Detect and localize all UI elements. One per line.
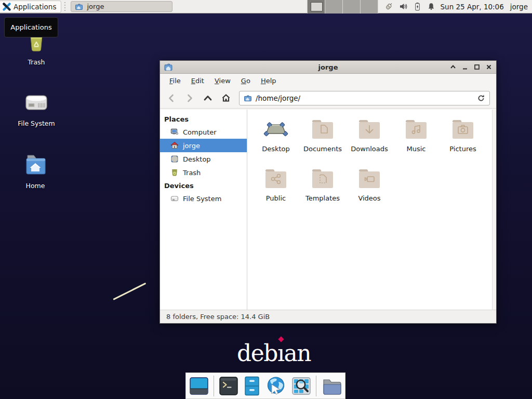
menu-edit[interactable]: Edit: [187, 75, 208, 86]
sidebar-item-desktop[interactable]: Desktop: [160, 152, 247, 166]
desktop-icon-home[interactable]: Home: [10, 152, 60, 190]
terminal-launcher[interactable]: [218, 375, 239, 397]
maximize-button[interactable]: [473, 63, 481, 71]
file-item-public[interactable]: Public: [252, 166, 299, 216]
debian-logo-i: ı: [277, 340, 284, 366]
file-item-templates[interactable]: Templates: [299, 166, 346, 216]
sidebar-item-label: Computer: [183, 128, 217, 136]
volume-icon[interactable]: [399, 2, 408, 11]
sidebar-item-label: File System: [183, 195, 221, 203]
workspace-4[interactable]: [361, 0, 378, 14]
menu-go[interactable]: Go: [237, 75, 255, 86]
file-label: Downloads: [346, 145, 393, 153]
sidebar-header-devices: Devices: [160, 179, 247, 192]
forward-button[interactable]: [184, 93, 195, 103]
dock-separator: [214, 376, 214, 396]
notifications-bell-icon[interactable]: [427, 2, 435, 11]
debian-logo-text2: an: [284, 340, 311, 366]
sidebar-header-places: Places: [160, 113, 247, 125]
debian-logo-text: deb: [237, 340, 277, 366]
toolbar: /home/jorge/: [160, 88, 496, 109]
file-grid: Desktop Documents: [252, 117, 486, 216]
path-folder-icon: [244, 94, 252, 102]
panel-handle[interactable]: [62, 2, 67, 11]
file-cabinet-launcher[interactable]: [243, 375, 261, 397]
desktop-icon-label: Home: [10, 182, 60, 190]
web-browser-launcher[interactable]: [265, 375, 287, 397]
file-manager-launcher[interactable]: [321, 375, 342, 397]
file-label: Templates: [299, 194, 346, 202]
workspace-1[interactable]: [308, 0, 325, 14]
minimize-button[interactable]: [461, 63, 469, 71]
file-item-music[interactable]: Music: [393, 117, 440, 166]
launcher-dock: [185, 373, 345, 399]
workspace-switcher: [307, 0, 378, 14]
public-folder-icon: [263, 166, 288, 191]
sidebar-item-jorge[interactable]: jorge: [160, 139, 247, 152]
dock-separator: [316, 376, 316, 396]
top-panel: Applications jorge: [0, 0, 532, 14]
file-label: Music: [393, 145, 440, 153]
sidebar-item-file-system[interactable]: File System: [160, 192, 247, 205]
menubar: File Edit View Go Help: [160, 74, 496, 88]
home-icon: [170, 141, 179, 150]
panel-clock[interactable]: Sun 25 Apr, 10:06: [441, 3, 504, 11]
file-item-videos[interactable]: Videos: [346, 166, 393, 216]
shade-button[interactable]: [449, 63, 457, 71]
scrollbar[interactable]: [492, 110, 496, 310]
sidebar-item-trash[interactable]: Trash: [160, 166, 247, 179]
window-titlebar[interactable]: jorge: [160, 61, 496, 74]
file-label: Videos: [346, 194, 393, 202]
window-body: Places Computer: [160, 110, 496, 310]
menu-file[interactable]: File: [165, 75, 185, 86]
workspace-2[interactable]: [325, 0, 343, 14]
tooltip-text: Applications: [10, 23, 51, 31]
desktop-icon: [170, 155, 179, 163]
battery-icon[interactable]: [414, 2, 421, 11]
file-item-desktop[interactable]: Desktop: [252, 117, 299, 166]
sidebar-item-label: Trash: [183, 169, 201, 177]
back-button[interactable]: [166, 93, 177, 103]
panel-user-label[interactable]: jorge: [504, 3, 532, 11]
show-desktop-launcher[interactable]: [189, 375, 209, 397]
file-item-downloads[interactable]: Downloads: [346, 117, 393, 166]
drive-small-icon: [170, 194, 179, 203]
file-item-documents[interactable]: Documents: [299, 117, 346, 166]
window-title: jorge: [160, 63, 496, 71]
file-view[interactable]: Desktop Documents: [247, 110, 496, 310]
applications-menu-button[interactable]: Applications: [0, 1, 61, 13]
reload-icon[interactable]: [477, 94, 485, 102]
app-finder-launcher[interactable]: [291, 375, 312, 397]
location-bar[interactable]: /home/jorge/: [239, 91, 490, 105]
file-item-pictures[interactable]: Pictures: [440, 117, 486, 166]
documents-folder-icon: [310, 117, 335, 142]
taskbar-window-button[interactable]: jorge: [71, 1, 172, 12]
sidebar: Places Computer: [160, 110, 247, 310]
up-button[interactable]: [203, 93, 213, 103]
templates-folder-icon: [310, 166, 335, 191]
xfce-logo-icon: [3, 3, 11, 11]
videos-folder-icon: [357, 166, 382, 191]
menu-view[interactable]: View: [210, 75, 235, 86]
desktop-icon-file-system[interactable]: File System: [11, 90, 61, 127]
workspace-3[interactable]: [343, 0, 361, 14]
system-tray: [378, 2, 441, 11]
terminal-icon: [218, 376, 239, 396]
file-cabinet-icon: [243, 376, 261, 396]
sidebar-item-label: Desktop: [183, 155, 211, 163]
statusbar: 8 folders, Free space: 14.4 GiB: [160, 310, 496, 323]
mouse-tray-icon[interactable]: [384, 2, 393, 11]
sidebar-item-computer[interactable]: Computer: [160, 125, 247, 139]
close-button[interactable]: [485, 63, 493, 71]
desktop-line-artifact: [113, 283, 146, 300]
home-button[interactable]: [221, 93, 231, 103]
path-text[interactable]: /home/jorge/: [256, 94, 473, 102]
applications-menu-label: Applications: [14, 3, 56, 11]
desktop-folder-icon: [263, 117, 288, 142]
statusbar-text: 8 folders, Free space: 14.4 GiB: [166, 313, 270, 321]
drive-icon: [24, 90, 49, 115]
music-folder-icon: [404, 117, 429, 142]
menu-help[interactable]: Help: [257, 75, 281, 86]
pictures-folder-icon: [450, 117, 475, 142]
applications-tooltip: Applications: [4, 17, 58, 37]
